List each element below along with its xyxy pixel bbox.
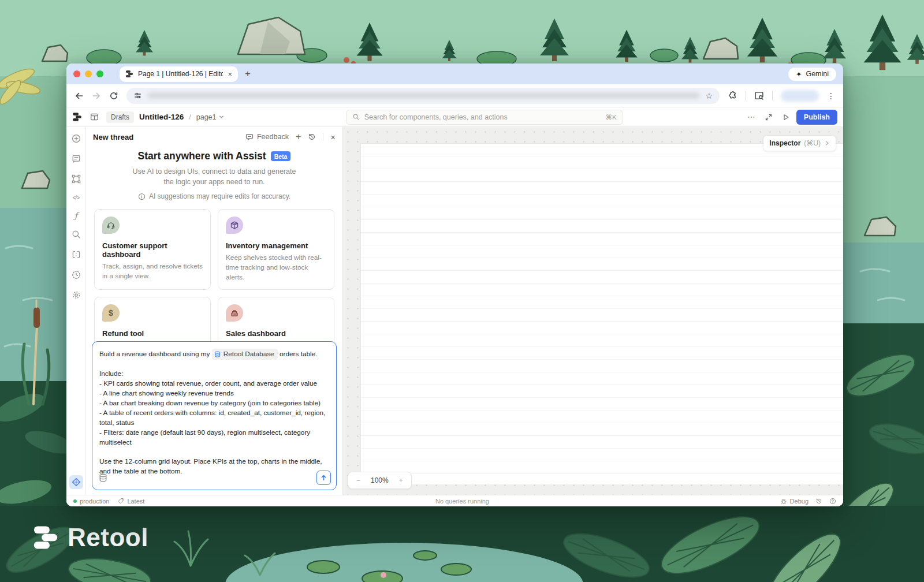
preview-button[interactable] (779, 110, 793, 124)
extensions-icon[interactable] (728, 91, 737, 100)
queries-status: No queries running (154, 498, 770, 505)
pages-icon[interactable] (72, 154, 81, 163)
assist-panel: New thread Feedback + × (86, 127, 343, 495)
functions-icon[interactable]: ƒ (74, 212, 77, 219)
retool-favicon (125, 70, 133, 78)
assist-button[interactable] (69, 475, 83, 489)
blurred-url (148, 92, 699, 99)
browser-tab[interactable]: Page 1 | Untitled-126 | Editor | × (120, 66, 238, 82)
retool-editor: Drafts Untitled-126 / page1 ⌘K ⋯ Pub (66, 107, 843, 506)
panels-toggle-button[interactable] (87, 110, 101, 124)
fullscreen-button[interactable] (762, 110, 776, 124)
headset-icon (102, 217, 120, 234)
assist-content: Start anywhere with Assist Beta Use AI t… (86, 147, 342, 495)
send-button[interactable] (316, 471, 331, 485)
version-label: Latest (127, 498, 144, 505)
retool-logo-icon[interactable] (72, 112, 82, 122)
publish-button[interactable]: Publish (796, 110, 837, 125)
new-thread-button[interactable]: + (296, 132, 301, 142)
zoom-in-button[interactable]: + (399, 476, 403, 484)
gemini-label: Gemini (806, 70, 829, 78)
info-icon (138, 193, 146, 200)
close-panel-button[interactable]: × (330, 132, 336, 142)
tab-close-icon[interactable]: × (228, 70, 232, 79)
register-icon (226, 304, 243, 322)
feedback-label: Feedback (257, 133, 289, 141)
bookmark-star-icon[interactable]: ☆ (705, 91, 713, 100)
zoom-out-button[interactable]: − (356, 476, 360, 484)
feedback-button[interactable]: Feedback (245, 133, 289, 141)
debug-label: Debug (790, 498, 808, 505)
prompt-body: Include: - KPI cards showing total reven… (99, 369, 329, 447)
arrow-up-icon (320, 474, 327, 482)
thread-history-button[interactable] (308, 133, 316, 141)
inspector-label: Inspector (769, 139, 800, 147)
more-options-button[interactable]: ⋯ (744, 110, 758, 124)
status-bar: production Latest No queries running Deb… (66, 495, 843, 506)
releases-icon[interactable] (72, 250, 81, 259)
settings-icon[interactable] (72, 290, 81, 300)
editor-toolbar: Drafts Untitled-126 / page1 ⌘K ⋯ Pub (66, 107, 843, 127)
retool-database-chip[interactable]: Retool Database (212, 349, 278, 360)
template-card-customer-support[interactable]: Customer support dashboard Track, assign… (94, 209, 211, 289)
datasource-icon[interactable] (99, 473, 107, 482)
window-close-button[interactable] (73, 70, 80, 77)
template-card-inventory[interactable]: Inventory management Keep shelves stocke… (218, 209, 334, 289)
assist-hero-title: Start anywhere with Assist (138, 150, 266, 162)
expand-icon (765, 113, 773, 121)
card-title: Inventory management (226, 241, 326, 250)
inspector-button[interactable]: Inspector (⌘U) (763, 136, 836, 151)
app-title[interactable]: Untitled-126 (139, 113, 184, 121)
assist-disclaimer: AI suggestions may require edits for acc… (94, 192, 334, 200)
help-icon[interactable] (829, 498, 836, 505)
inspector-shortcut: (⌘U) (804, 139, 821, 147)
card-title: Refund tool (102, 329, 203, 338)
search-icon[interactable] (72, 230, 81, 239)
back-icon[interactable] (74, 91, 84, 100)
history-icon[interactable] (815, 498, 822, 505)
forward-icon[interactable] (92, 91, 101, 100)
version-selector[interactable]: Latest (117, 498, 144, 505)
browser-menu-icon[interactable]: ⋮ (827, 91, 835, 100)
history-icon[interactable] (72, 270, 81, 279)
card-title: Customer support dashboard (102, 241, 203, 259)
gemini-button[interactable]: ✦ Gemini (788, 68, 836, 81)
card-description: Keep shelves stocked with real-time trac… (226, 253, 326, 282)
page-name: page1 (196, 113, 217, 121)
search-tabs-icon[interactable] (754, 91, 764, 100)
assist-hero-description: Use AI to design UIs, connect to data an… (128, 166, 301, 187)
site-settings-icon[interactable] (133, 91, 142, 100)
environment-selector[interactable]: production (73, 498, 109, 505)
drafts-badge[interactable]: Drafts (106, 111, 134, 123)
thread-title: New thread (93, 133, 133, 141)
retool-wordmark: Retool (68, 523, 148, 552)
zoom-level[interactable]: 100% (371, 476, 389, 484)
code-icon[interactable]: </> (73, 195, 79, 201)
global-search[interactable]: ⌘K (346, 110, 623, 125)
window-minimize-button[interactable] (85, 70, 92, 77)
card-title: Sales dashboard (226, 329, 326, 338)
search-input[interactable] (364, 113, 601, 121)
retool-watermark: Retool (32, 523, 148, 552)
window-zoom-button[interactable] (96, 70, 103, 77)
address-bar[interactable]: ☆ (126, 88, 720, 104)
new-tab-button[interactable]: + (245, 68, 251, 80)
page-selector[interactable]: page1 (196, 113, 225, 121)
card-description: Track, assign, and resolve tickets in a … (102, 262, 203, 281)
reload-icon[interactable] (109, 91, 118, 100)
environment-dot (73, 499, 77, 503)
gemini-star-icon: ✦ (796, 70, 802, 79)
app-canvas[interactable] (360, 143, 843, 484)
add-component-icon[interactable] (72, 134, 81, 143)
components-icon[interactable] (72, 174, 81, 184)
debug-button[interactable]: Debug (780, 498, 808, 505)
toolbar-divider (772, 91, 773, 100)
database-icon (214, 351, 221, 357)
assist-prompt-input[interactable]: Build a revenue dashboard using my Retoo… (92, 341, 337, 490)
toolbar-right-controls: ⋯ Publish (744, 110, 837, 125)
history-icon (308, 133, 316, 141)
prompt-actions (99, 471, 331, 485)
status-left: production Latest (73, 498, 144, 505)
breadcrumb-separator: / (189, 113, 191, 121)
window-controls (73, 70, 103, 77)
